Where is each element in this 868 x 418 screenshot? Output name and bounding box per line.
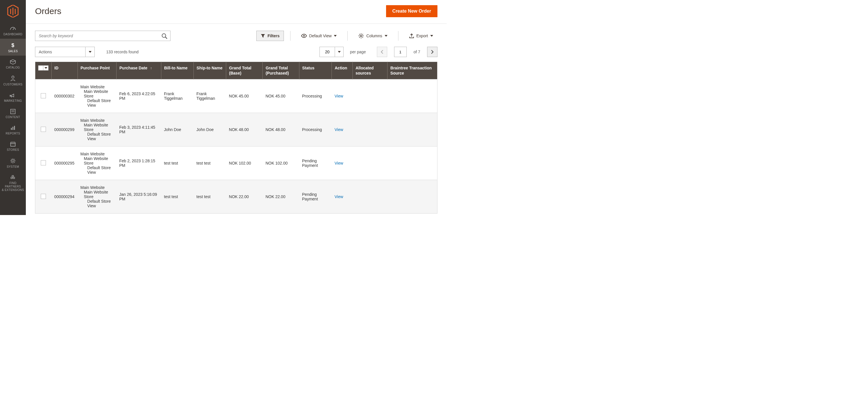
pager-prev-button[interactable] <box>377 47 387 57</box>
svg-point-9 <box>12 160 14 162</box>
default-view-label: Default View <box>309 34 332 38</box>
view-link[interactable]: View <box>334 94 343 98</box>
col-grand-total-base[interactable]: Grand Total (Base) <box>226 62 262 79</box>
create-new-order-button[interactable]: Create New Order <box>386 5 437 17</box>
caret-down-icon <box>430 35 433 37</box>
cell-bill-to: test test <box>161 180 193 214</box>
cell-bill-to: John Doe <box>161 113 193 146</box>
toolbar-row-2: Actions 133 records found per page of 7 <box>26 41 446 62</box>
cell-status: Processing <box>299 113 332 146</box>
svg-point-2 <box>12 76 14 78</box>
actions-select[interactable]: Actions <box>35 47 95 57</box>
table-row[interactable]: 000000299 Main Website Main Website Stor… <box>35 113 437 146</box>
col-purchase-date[interactable]: Purchase Date↑ <box>117 62 161 79</box>
filter-icon <box>260 34 265 38</box>
nav-label: MARKETING <box>1 99 25 102</box>
view-link[interactable]: View <box>334 127 343 132</box>
nav-label: STORES <box>1 148 25 151</box>
separator <box>290 31 290 41</box>
row-checkbox[interactable] <box>41 160 46 166</box>
cell-status: Pending Payment <box>299 146 332 180</box>
nav-stores[interactable]: STORES <box>0 138 26 154</box>
cell-grand-total-purchased: NOK 22.00 <box>262 180 299 214</box>
nav-catalog[interactable]: CATALOG <box>0 56 26 72</box>
search-icon <box>161 33 167 39</box>
page-title: Orders <box>35 6 61 16</box>
col-purchase-point[interactable]: Purchase Point <box>78 62 116 79</box>
cell-allocated-sources <box>352 113 387 146</box>
nav-label: CUSTOMERS <box>1 83 25 86</box>
cell-purchase-point: Main Website Main Website Store Default … <box>78 113 116 146</box>
col-status[interactable]: Status <box>299 62 332 79</box>
cell-purchase-date: Feb 6, 2023 4:22:05 PM <box>117 79 161 113</box>
toolbar-row-1: Filters Default View Columns Expor <box>26 24 446 41</box>
nav-dashboard[interactable]: DASHBOARD <box>0 22 26 39</box>
cell-id: 000000295 <box>51 146 78 180</box>
select-all-checkbox[interactable] <box>38 65 43 71</box>
nav-label: CATALOG <box>1 66 25 69</box>
nav-label: REPORTS <box>1 132 25 135</box>
cell-purchase-date: Jan 26, 2023 5:16:09 PM <box>117 180 161 214</box>
page-total-label: of 7 <box>414 49 420 54</box>
table-row[interactable]: 000000302 Main Website Main Website Stor… <box>35 79 437 113</box>
cell-grand-total-base: NOK 48.00 <box>226 113 262 146</box>
col-grand-total-purchased[interactable]: Grand Total (Purchased) <box>262 62 299 79</box>
catalog-icon <box>10 59 16 65</box>
page-number-input[interactable] <box>394 47 407 57</box>
partners-icon <box>10 175 16 180</box>
system-icon <box>10 158 16 164</box>
nav-customers[interactable]: CUSTOMERS <box>0 72 26 89</box>
cell-braintree-source <box>388 146 437 180</box>
default-view-button[interactable]: Default View <box>297 31 341 41</box>
search-input[interactable] <box>35 31 170 41</box>
export-button[interactable]: Export <box>405 31 437 41</box>
col-allocated-sources[interactable]: Allocated sources <box>352 62 387 79</box>
caret-down-icon <box>89 51 92 53</box>
row-checkbox[interactable] <box>41 127 46 132</box>
caret-down-icon <box>334 35 337 37</box>
cell-grand-total-base: NOK 22.00 <box>226 180 262 214</box>
col-action[interactable]: Action <box>332 62 352 79</box>
table-row[interactable]: 000000294 Main Website Main Website Stor… <box>35 180 437 214</box>
dashboard-icon <box>10 26 16 32</box>
filters-button[interactable]: Filters <box>256 31 284 41</box>
svg-rect-3 <box>11 109 15 114</box>
row-checkbox[interactable] <box>41 194 46 199</box>
page-size-dropdown[interactable] <box>335 47 344 57</box>
chevron-right-icon <box>431 50 434 54</box>
view-link[interactable]: View <box>334 161 343 166</box>
caret-down-icon <box>384 35 388 37</box>
svg-rect-11 <box>13 177 14 179</box>
page-size-input[interactable] <box>319 47 335 57</box>
nav-partners[interactable]: FIND PARTNERS & EXTENSIONS <box>0 171 26 195</box>
nav-content[interactable]: CONTENT <box>0 105 26 121</box>
nav-sales[interactable]: $ SALES <box>0 39 26 56</box>
svg-rect-8 <box>14 126 15 130</box>
cell-ship-to: Frank Tiggelman <box>193 79 226 113</box>
search-button[interactable] <box>160 32 169 41</box>
pager-next-button[interactable] <box>427 47 437 57</box>
cell-id: 000000302 <box>51 79 78 113</box>
sales-icon: $ <box>10 42 16 48</box>
magento-logo[interactable] <box>0 0 26 22</box>
nav-label: SYSTEM <box>1 165 25 168</box>
cell-status: Pending Payment <box>299 180 332 214</box>
view-link[interactable]: View <box>334 195 343 199</box>
columns-button[interactable]: Columns <box>354 31 392 41</box>
col-id[interactable]: ID <box>51 62 78 79</box>
svg-point-13 <box>162 34 166 38</box>
header-checkbox-cell[interactable] <box>35 62 52 79</box>
nav-system[interactable]: SYSTEM <box>0 154 26 171</box>
select-all-caret[interactable] <box>43 65 49 71</box>
svg-rect-6 <box>11 128 12 130</box>
nav-marketing[interactable]: MARKETING <box>0 89 26 105</box>
row-checkbox[interactable] <box>41 93 46 98</box>
table-row[interactable]: 000000295 Main Website Main Website Stor… <box>35 146 437 180</box>
eye-icon <box>301 34 307 38</box>
svg-rect-7 <box>12 127 13 130</box>
nav-reports[interactable]: REPORTS <box>0 121 26 138</box>
col-ship-to[interactable]: Ship-to Name <box>193 62 226 79</box>
col-braintree-source[interactable]: Braintree Transaction Source <box>388 62 437 79</box>
chevron-left-icon <box>381 50 383 54</box>
col-bill-to[interactable]: Bill-to Name <box>161 62 193 79</box>
